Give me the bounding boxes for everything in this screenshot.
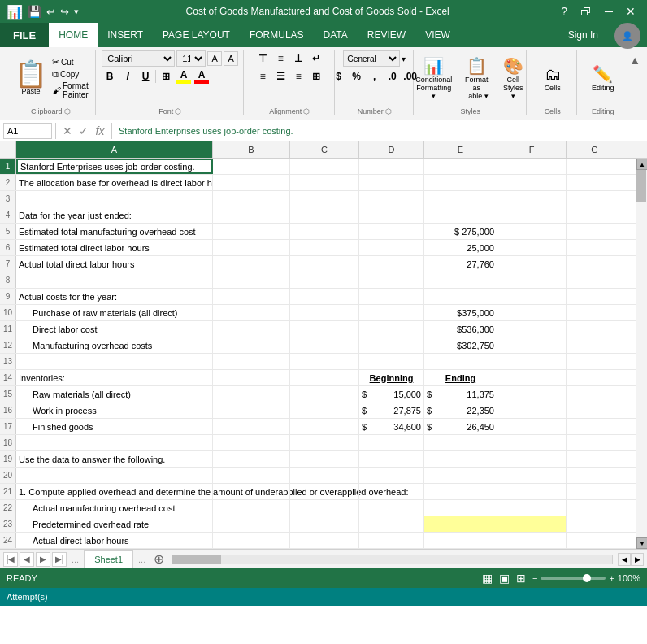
cell-f21[interactable] bbox=[497, 484, 567, 499]
sign-in-btn[interactable]: Sign In bbox=[558, 23, 608, 47]
cell-b21[interactable] bbox=[213, 484, 290, 499]
cell-d19[interactable] bbox=[359, 451, 424, 467]
col-header-a[interactable]: A bbox=[16, 141, 213, 158]
cell-h3[interactable] bbox=[623, 191, 636, 207]
cell-h12[interactable] bbox=[623, 337, 636, 353]
save-icon[interactable]: 💾 bbox=[28, 5, 41, 18]
cell-g11[interactable] bbox=[567, 321, 623, 337]
cell-h19[interactable] bbox=[623, 451, 636, 467]
cell-c1[interactable] bbox=[290, 159, 359, 174]
cell-d21[interactable] bbox=[359, 484, 424, 499]
cell-g7[interactable] bbox=[567, 256, 623, 272]
view-page-break-icon[interactable]: ⊞ bbox=[516, 572, 526, 585]
cell-f12[interactable] bbox=[497, 337, 567, 353]
col-header-b[interactable]: B bbox=[213, 141, 290, 158]
cell-g14[interactable] bbox=[567, 370, 623, 385]
cell-a7[interactable]: Actual total direct labor hours bbox=[16, 256, 213, 272]
cell-e5[interactable]: $ 275,000 bbox=[424, 224, 497, 239]
font-size-select[interactable]: 11 bbox=[176, 50, 206, 67]
row-num-8[interactable]: 8 bbox=[0, 272, 16, 288]
h-scroll-right[interactable]: ▶ bbox=[631, 553, 644, 566]
scroll-thumb[interactable] bbox=[636, 170, 646, 202]
cell-b20[interactable] bbox=[213, 468, 290, 483]
cell-c10[interactable] bbox=[290, 305, 359, 320]
cell-e4[interactable] bbox=[424, 207, 497, 223]
cell-c19[interactable] bbox=[290, 451, 359, 467]
row-num-23[interactable]: 23 bbox=[0, 516, 16, 532]
cell-c21[interactable] bbox=[290, 484, 359, 499]
cell-e10[interactable]: $375,000 bbox=[424, 305, 497, 320]
copy-button[interactable]: ⧉ Copy bbox=[52, 69, 89, 80]
cell-f2[interactable] bbox=[497, 175, 567, 190]
cell-d3[interactable] bbox=[359, 191, 424, 207]
cell-b5[interactable] bbox=[213, 224, 290, 239]
cell-e9[interactable] bbox=[424, 289, 497, 304]
tab-nav-next[interactable]: ▶ bbox=[36, 552, 50, 567]
cell-e19[interactable] bbox=[424, 451, 497, 467]
cell-a10[interactable]: Purchase of raw materials (all direct) bbox=[16, 305, 213, 320]
cell-h20[interactable] bbox=[623, 468, 636, 483]
align-left-button[interactable]: ≡ bbox=[254, 68, 271, 85]
cell-c11[interactable] bbox=[290, 321, 359, 337]
clipboard-expand-icon[interactable]: ⬡ bbox=[64, 107, 71, 115]
cell-e1[interactable] bbox=[424, 159, 497, 174]
tab-nav-first[interactable]: |◀ bbox=[3, 552, 18, 567]
file-menu[interactable]: FILE bbox=[0, 23, 49, 47]
cut-button[interactable]: ✂ Cut bbox=[52, 57, 89, 67]
cell-a12[interactable]: Manufacturing overhead costs bbox=[16, 337, 213, 353]
conditional-formatting-btn[interactable]: 📊 ConditionalFormatting ▾ bbox=[413, 53, 455, 103]
home-menu[interactable]: HOME bbox=[49, 23, 98, 47]
cell-c9[interactable] bbox=[290, 289, 359, 304]
cell-a4[interactable]: Data for the year just ended: bbox=[16, 207, 213, 223]
cell-c17[interactable] bbox=[290, 419, 359, 434]
cell-h10[interactable] bbox=[623, 305, 636, 320]
row-num-14[interactable]: 14 bbox=[0, 370, 16, 385]
cell-h15[interactable] bbox=[623, 386, 636, 402]
cell-e7[interactable]: 27,760 bbox=[424, 256, 497, 272]
font-name-select[interactable]: Calibri bbox=[102, 50, 175, 67]
col-header-f[interactable]: F bbox=[497, 141, 567, 158]
insert-function-btn[interactable]: fx bbox=[92, 123, 108, 139]
close-btn[interactable]: ✕ bbox=[621, 5, 640, 18]
cell-f1[interactable] bbox=[497, 159, 567, 174]
cell-f5[interactable] bbox=[497, 224, 567, 239]
cell-a3[interactable] bbox=[16, 191, 213, 207]
cell-e16[interactable]: $22,350 bbox=[424, 402, 497, 418]
cell-e24[interactable] bbox=[424, 533, 497, 548]
cell-e3[interactable] bbox=[424, 191, 497, 207]
cell-d1[interactable] bbox=[359, 159, 424, 174]
row-num-19[interactable]: 19 bbox=[0, 451, 16, 467]
cell-a13[interactable] bbox=[16, 354, 213, 369]
cell-c6[interactable] bbox=[290, 240, 359, 255]
cell-g4[interactable] bbox=[567, 207, 623, 223]
cell-d16[interactable]: $27,875 bbox=[359, 402, 424, 418]
cell-d11[interactable] bbox=[359, 321, 424, 337]
cell-d7[interactable] bbox=[359, 256, 424, 272]
cell-b6[interactable] bbox=[213, 240, 290, 255]
row-num-22[interactable]: 22 bbox=[0, 500, 16, 516]
cell-c4[interactable] bbox=[290, 207, 359, 223]
cell-a1[interactable]: Stanford Enterprises uses job-order cost… bbox=[16, 159, 213, 174]
align-middle-button[interactable]: ≡ bbox=[272, 50, 289, 67]
row-num-1[interactable]: 1 bbox=[0, 159, 16, 174]
number-format-select[interactable]: General bbox=[343, 50, 400, 67]
cell-b19[interactable] bbox=[213, 451, 290, 467]
cell-f22[interactable] bbox=[497, 500, 567, 516]
cell-b15[interactable] bbox=[213, 386, 290, 402]
cell-h7[interactable] bbox=[623, 256, 636, 272]
cell-d10[interactable] bbox=[359, 305, 424, 320]
cell-e20[interactable] bbox=[424, 468, 497, 483]
cell-a15[interactable]: Raw materials (all direct) bbox=[16, 386, 213, 402]
cell-a21[interactable]: 1. Compute applied overhead and determin… bbox=[16, 484, 213, 499]
paste-button[interactable]: 📋 Paste bbox=[13, 59, 49, 97]
cell-g17[interactable] bbox=[567, 419, 623, 434]
cell-c5[interactable] bbox=[290, 224, 359, 239]
cell-b13[interactable] bbox=[213, 354, 290, 369]
cell-a5[interactable]: Estimated total manufacturing overhead c… bbox=[16, 224, 213, 239]
row-num-20[interactable]: 20 bbox=[0, 468, 16, 483]
cell-d22[interactable] bbox=[359, 500, 424, 516]
cell-b10[interactable] bbox=[213, 305, 290, 320]
cell-g16[interactable] bbox=[567, 402, 623, 418]
cell-c24[interactable] bbox=[290, 533, 359, 548]
underline-button[interactable]: U bbox=[137, 68, 154, 85]
